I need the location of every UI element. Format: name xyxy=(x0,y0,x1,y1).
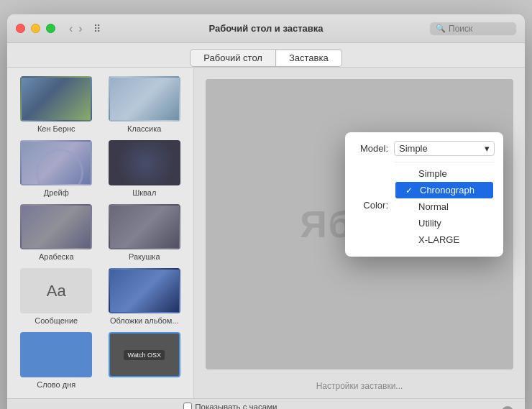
tab-desktop[interactable]: Рабочий стол xyxy=(190,49,276,67)
dropdown-item-utility[interactable]: Utility xyxy=(394,215,495,231)
list-item[interactable]: Слово дня xyxy=(16,332,97,389)
forward-button[interactable]: › xyxy=(76,22,84,35)
list-item[interactable]: Классика xyxy=(104,76,185,133)
list-item[interactable]: Watch OSX xyxy=(104,332,185,389)
dropdown-item-simple[interactable]: Simple xyxy=(394,165,495,182)
thumb-shell xyxy=(109,204,180,249)
dropdown-item-label: X-LARGE xyxy=(418,234,459,245)
dropdown-item-label: Chronograph xyxy=(420,185,474,196)
right-section: Активные углы... ? xyxy=(349,406,513,410)
main-area: Яблук Настройки заставки... Model: Simpl… xyxy=(194,68,525,398)
ss-label: Арабеска xyxy=(39,252,74,261)
maximize-button[interactable] xyxy=(46,24,55,33)
model-select-value: Simple xyxy=(399,143,428,154)
color-label: Color: xyxy=(354,200,388,211)
dropdown-item-label: Utility xyxy=(418,218,441,229)
search-icon: 🔍 xyxy=(436,24,446,33)
help-button[interactable]: ? xyxy=(502,406,513,410)
content-area: Кен Бернс Классика Дрейф Шквал Арабеска … xyxy=(7,68,525,398)
color-dropdown-container: Simple ✓ Chronograph Normal xyxy=(394,162,495,248)
ss-label: Классика xyxy=(127,124,161,133)
grid-icon: ⠿ xyxy=(93,23,101,35)
color-dropdown-list: Simple ✓ Chronograph Normal xyxy=(394,162,495,248)
list-item[interactable]: Шквал xyxy=(104,140,185,197)
list-item[interactable]: Обложки альбом... xyxy=(104,268,185,325)
dropdown-item-label: Normal xyxy=(418,201,449,212)
settings-link[interactable]: Настройки заставки... xyxy=(194,381,525,398)
back-button[interactable]: ‹ xyxy=(67,22,75,35)
check-icon: ✓ xyxy=(405,185,416,196)
dropdown-item-label: Simple xyxy=(418,168,447,179)
search-box: 🔍 xyxy=(430,22,516,35)
ss-label: Слово дня xyxy=(37,380,75,389)
thumb-shkval xyxy=(109,140,180,185)
thumb-album xyxy=(109,268,180,313)
ss-label: Дрейф xyxy=(44,188,69,197)
search-input[interactable] xyxy=(449,24,506,34)
color-row: Color: Simple ✓ Chronograph xyxy=(345,162,503,251)
dropdown-item-chronograph[interactable]: ✓ Chronograph xyxy=(395,182,493,198)
show-clock-option[interactable]: Показывать с часами xyxy=(183,403,277,409)
thumb-word xyxy=(20,332,92,377)
show-clock-checkbox[interactable] xyxy=(183,403,192,409)
minimize-button[interactable] xyxy=(31,24,40,33)
close-button[interactable] xyxy=(16,24,25,33)
ss-label: Кен Бернс xyxy=(37,124,75,133)
thumb-arabesk xyxy=(20,204,92,249)
model-row: Model: Simple ▾ xyxy=(345,141,503,162)
screensaver-list: Кен Бернс Классика Дрейф Шквал Арабеска … xyxy=(7,68,194,398)
thumb-drift xyxy=(20,140,92,185)
tabs-bar: Рабочий стол Заставка xyxy=(7,43,525,68)
nav-buttons: ‹ › xyxy=(67,22,85,35)
list-item[interactable]: Дрейф xyxy=(16,140,97,197)
watch-badge: Watch OSX xyxy=(124,350,165,360)
thumb-ken xyxy=(20,76,92,121)
ss-label: Ракушка xyxy=(129,252,160,261)
tab-screensaver[interactable]: Заставка xyxy=(276,49,342,67)
ss-label: Обложки альбом... xyxy=(110,316,179,325)
model-label: Model: xyxy=(354,143,388,154)
main-window: ‹ › ⠿ Рабочий стол и заставка 🔍 Рабочий … xyxy=(7,14,525,409)
titlebar: ‹ › ⠿ Рабочий стол и заставка 🔍 xyxy=(7,14,525,43)
dropdown-item-normal[interactable]: Normal xyxy=(394,198,495,215)
model-color-dialog: Model: Simple ▾ Color: Simple xyxy=(345,132,503,257)
show-clock-label: Показывать с часами xyxy=(195,403,277,409)
thumb-msg: Aa xyxy=(20,268,92,313)
list-item[interactable]: Кен Бернс xyxy=(16,76,97,133)
chevron-down-icon: ▾ xyxy=(485,143,490,154)
ss-label: Шквал xyxy=(132,188,156,197)
bottom-bar: Запуск: не запускать ◉ Показывать с часа… xyxy=(7,398,525,409)
options-section: Показывать с часами Использовать случайн… xyxy=(183,403,348,409)
window-title: Рабочий стол и заставка xyxy=(208,23,323,34)
ss-label: Сообщение xyxy=(35,316,78,325)
list-item[interactable]: Арабеска xyxy=(16,204,97,261)
dropdown-item-xlarge[interactable]: X-LARGE xyxy=(394,231,495,248)
list-item[interactable]: Ракушка xyxy=(104,204,185,261)
list-item[interactable]: Aa Сообщение xyxy=(16,268,97,325)
thumb-classic xyxy=(109,76,180,121)
model-select[interactable]: Simple ▾ xyxy=(394,141,495,156)
thumb-watch: Watch OSX xyxy=(109,332,180,377)
